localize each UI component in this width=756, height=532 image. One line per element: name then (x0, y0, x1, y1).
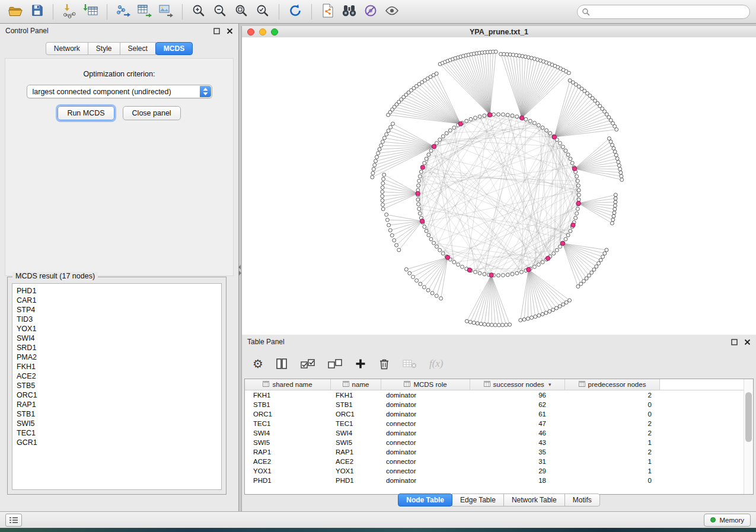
mcds-result-item[interactable]: SRD1 (17, 343, 221, 352)
table-panel-title: Table Panel (247, 338, 285, 346)
tab-select[interactable]: Select (120, 42, 156, 55)
optimization-criterion-select[interactable]: largest connected component (undirected) (27, 85, 212, 98)
mcds-result-item[interactable]: SWI4 (17, 334, 221, 343)
table-row[interactable]: STB1STB1dominator620 (245, 400, 753, 409)
table-row[interactable]: ORC1ORC1dominator610 (245, 409, 753, 419)
column-header-predecessor-nodes[interactable]: predecessor nodes (565, 379, 660, 390)
run-mcds-button[interactable]: Run MCDS (58, 106, 114, 120)
network-canvas[interactable] (242, 37, 756, 335)
table-row[interactable]: SWI4SWI4dominator462 (245, 428, 753, 438)
delete-column-button[interactable] (378, 357, 390, 370)
import-network-button[interactable] (60, 3, 79, 21)
table-icon (343, 381, 349, 388)
open-session-button[interactable] (6, 3, 25, 21)
optimization-criterion-label: Optimization criterion: (5, 70, 233, 78)
select-all-button[interactable] (300, 358, 315, 370)
table-cell: dominator (381, 411, 470, 418)
table-row[interactable]: YOX1YOX1connector291 (245, 466, 753, 476)
add-column-button[interactable] (355, 358, 366, 370)
table-icon (263, 381, 269, 388)
zoom-fit-button[interactable] (232, 3, 251, 21)
network-view (242, 37, 756, 335)
table-row[interactable]: SWI5SWI5connector431 (245, 438, 753, 447)
mcds-result-item[interactable]: SWI5 (17, 419, 221, 428)
table-cell: dominator (381, 448, 470, 456)
node-table-rows: FKH1FKH1dominator962STB1STB1dominator620… (245, 390, 753, 485)
mcds-result-item[interactable]: STB5 (17, 381, 221, 390)
share-document-button[interactable] (318, 3, 337, 21)
mcds-result-item[interactable]: TEC1 (17, 428, 221, 438)
table-settings-button[interactable]: ⚙ (253, 358, 263, 370)
close-panel-button[interactable]: Close panel (123, 106, 181, 120)
table-row[interactable]: PHD1PHD1dominator180 (245, 476, 753, 485)
floppy-disk-icon (30, 4, 44, 20)
open-folder-icon (8, 4, 23, 20)
refresh-view-button[interactable] (286, 3, 305, 21)
zoom-in-button[interactable] (189, 3, 208, 21)
table-panel: Table Panel ⚙ (241, 335, 756, 511)
minimize-window-icon[interactable] (259, 28, 266, 36)
tab-node-table[interactable]: Node Table (398, 493, 452, 507)
export-image-button[interactable] (157, 3, 176, 21)
main-toolbar (0, 0, 756, 24)
maximize-window-icon[interactable] (271, 28, 278, 36)
tab-style[interactable]: Style (88, 42, 120, 55)
table-row[interactable]: TEC1TEC1connector472 (245, 419, 753, 428)
table-cell: 0 (565, 411, 660, 418)
table-cell: YOX1 (245, 467, 331, 475)
column-header-successor-nodes[interactable]: successor nodes▾ (470, 379, 565, 390)
mcds-result-item[interactable]: RAP1 (17, 400, 221, 409)
show-graphics-details-button[interactable] (382, 3, 401, 21)
mcds-result-group: MCDS result (17 nodes) PHD1CAR1STP4TID3Y… (7, 277, 227, 495)
tab-motifs[interactable]: Motifs (564, 493, 600, 507)
selected-criterion: largest connected component (undirected) (33, 88, 171, 96)
close-panel-icon[interactable] (744, 338, 751, 345)
tab-edge-table[interactable]: Edge Table (452, 493, 504, 507)
network-window-titlebar[interactable]: YPA_prune.txt_1 (242, 26, 756, 38)
mcds-result-item[interactable]: YOX1 (17, 324, 221, 334)
float-panel-icon[interactable] (731, 338, 738, 345)
table-panel-tabs: Node TableEdge TableNetwork TableMotifs (242, 493, 756, 507)
close-panel-icon[interactable] (226, 27, 233, 34)
mcds-result-item[interactable]: ORC1 (17, 390, 221, 400)
column-header-shared-name[interactable]: shared name (245, 379, 331, 390)
table-row[interactable]: ACE2ACE2connector311 (245, 457, 753, 466)
mcds-result-item[interactable]: STB1 (17, 409, 221, 419)
memory-button[interactable]: Memory (704, 514, 751, 527)
panel-menu-button[interactable] (5, 514, 22, 527)
table-vertical-scrollbar[interactable] (744, 379, 753, 494)
mcds-result-item[interactable]: TID3 (17, 315, 221, 324)
mcds-result-item[interactable]: GCR1 (17, 438, 221, 447)
tab-network[interactable]: Network (46, 42, 88, 55)
zoom-selected-button[interactable] (253, 3, 272, 21)
tab-mcds[interactable]: MCDS (155, 42, 193, 55)
find-button[interactable] (340, 3, 359, 21)
scrollbar-thumb[interactable] (745, 392, 752, 442)
float-panel-icon[interactable] (213, 27, 220, 34)
mcds-result-item[interactable]: ACE2 (17, 371, 221, 381)
hide-graphics-details-button[interactable] (361, 3, 380, 21)
import-network-icon (62, 3, 77, 21)
column-header-mcds-role[interactable]: MCDS role (381, 379, 470, 390)
show-columns-button[interactable] (275, 358, 288, 370)
search-input[interactable] (577, 5, 750, 19)
table-cell: connector (381, 467, 470, 475)
export-table-button[interactable] (135, 3, 154, 21)
mcds-result-item[interactable]: STP4 (17, 305, 221, 315)
table-cell: FKH1 (245, 392, 331, 399)
column-header-name[interactable]: name (331, 379, 381, 390)
export-network-button[interactable] (114, 3, 133, 21)
tab-network-table[interactable]: Network Table (503, 493, 565, 507)
save-session-button[interactable] (27, 3, 46, 21)
close-window-icon[interactable] (247, 28, 254, 36)
table-cell: SWI4 (331, 430, 381, 437)
table-row[interactable]: RAP1RAP1dominator352 (245, 447, 753, 457)
table-row[interactable]: FKH1FKH1dominator962 (245, 390, 753, 400)
mcds-result-item[interactable]: PHD1 (17, 286, 221, 296)
zoom-out-button[interactable] (210, 3, 229, 21)
mcds-result-item[interactable]: PMA2 (17, 352, 221, 362)
import-table-button[interactable] (81, 3, 100, 21)
mcds-result-item[interactable]: CAR1 (17, 296, 221, 305)
mcds-result-item[interactable]: FKH1 (17, 362, 221, 371)
deselect-all-button[interactable] (327, 358, 343, 370)
